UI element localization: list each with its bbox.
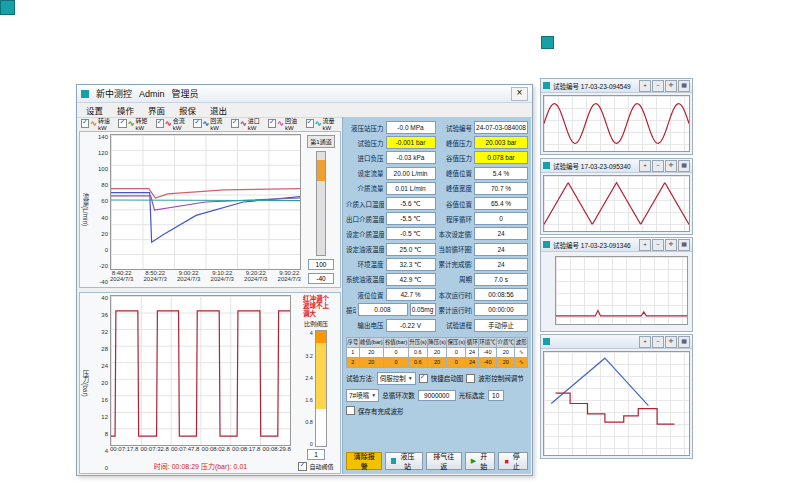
scale-slider[interactable] (316, 151, 326, 256)
checkbox-icon[interactable] (156, 119, 164, 128)
table-cell: 0.6 (408, 347, 427, 357)
auto-valve-checkbox[interactable] (298, 462, 307, 471)
field-value: -0.22 V (386, 319, 436, 332)
slider-thumb[interactable] (317, 160, 325, 181)
tick-label: 9:30:22 2024/7/3 (278, 270, 301, 285)
grid-icon[interactable]: ▦ (678, 336, 690, 348)
wave-valve-checkbox[interactable] (466, 374, 475, 383)
preview-title-bar[interactable]: + − ✛ ▦ (541, 335, 692, 349)
zoom-in-icon[interactable]: + (639, 160, 651, 172)
lower-limit-input[interactable] (308, 273, 334, 284)
channel-checkbox[interactable]: ∿转矩kW (118, 116, 153, 131)
channel-checkbox[interactable]: ∿转速kW (81, 116, 116, 131)
save-row: 保存有完成波形 (346, 406, 528, 416)
wave-icon: ∿ (90, 121, 97, 127)
valve-value-input[interactable] (307, 449, 325, 460)
hydraulic-station-button[interactable]: 液压站 (385, 452, 422, 470)
field-label: 谷值位置 (439, 199, 473, 209)
checkbox-icon[interactable] (81, 119, 89, 128)
title-bar[interactable]: 新中测控 Admin 管理员 × (77, 85, 532, 103)
tick-label: 0 (305, 441, 313, 447)
stop-button[interactable]: ■停止 (498, 452, 528, 470)
menu-item-interface[interactable]: 界面 (141, 104, 172, 116)
field-label: 输出电压 (346, 320, 384, 330)
pan-icon[interactable]: ✛ (665, 160, 677, 172)
menu-item-settings[interactable]: 设置 (79, 104, 110, 116)
quick-start-checkbox[interactable] (419, 374, 428, 383)
menu-item-exit[interactable]: 退出 (203, 104, 234, 116)
method-select[interactable]: 伺服控制▼ (377, 372, 416, 385)
wave-icon: ∿ (128, 121, 135, 127)
tray-app-icon[interactable] (541, 36, 554, 49)
valve-level-bar[interactable] (315, 330, 327, 447)
desktop-app-icon[interactable] (0, 0, 15, 15)
channel-checkbox[interactable]: ∿合流kW (156, 116, 191, 131)
table-cell: 谷值(bar) (384, 337, 409, 347)
preview-title-bar[interactable]: 试验编号 17-03-23-095340 + − ✛ ▦ (541, 159, 692, 173)
field-value: 0 (474, 212, 528, 225)
grid-icon[interactable]: ▦ (678, 160, 690, 172)
field-label: 峰值宽度 (439, 183, 473, 193)
field-label: 设定油液温度 (346, 244, 384, 254)
menu-item-operation[interactable]: 操作 (110, 104, 141, 116)
panel-icon (543, 241, 550, 248)
field-label: 试验编号 (439, 123, 473, 133)
pressure-chart (111, 296, 290, 445)
channel-select-button[interactable]: 第1通道 (307, 135, 334, 148)
table-header-row: 序号峰值(bar)谷值(bar)升压(s)降压(s)保压(s)循环环境℃介质℃波… (347, 337, 528, 347)
cursor-select-input[interactable] (488, 390, 504, 401)
field-label: 液位位置 (346, 290, 384, 300)
zoom-out-icon[interactable]: − (652, 80, 664, 92)
close-icon[interactable]: × (511, 87, 528, 101)
channel-checkbox[interactable]: ∿回油kW (268, 116, 303, 131)
grid-icon[interactable]: ▦ (678, 239, 690, 251)
upper-limit-input[interactable] (308, 259, 334, 270)
field-value: 20.003 bar (474, 136, 528, 149)
pan-icon[interactable]: ✛ (665, 336, 677, 348)
grid-icon[interactable]: ▦ (678, 80, 690, 92)
channel-checkbox[interactable]: ∿回流kW (193, 116, 228, 131)
vent-button[interactable]: 排气往返 (426, 452, 462, 470)
start-button[interactable]: ▶开始 (465, 452, 496, 470)
save-wave-checkbox[interactable] (346, 406, 355, 415)
pan-icon[interactable]: ✛ (665, 239, 677, 251)
channel-label: 合流kW (173, 116, 191, 131)
tick-label: 0 (91, 465, 108, 471)
zoom-in-icon[interactable]: + (639, 239, 651, 251)
tick-label: 8:40:22 2024/7/3 (110, 270, 133, 285)
zoom-in-icon[interactable]: + (639, 80, 651, 92)
zoom-in-icon[interactable]: + (639, 336, 651, 348)
preview-title-bar[interactable]: 试验编号 17-03-23-094549 + − ✛ ▦ (541, 79, 692, 93)
zoom-out-icon[interactable]: − (652, 336, 664, 348)
checkbox-icon[interactable] (268, 119, 276, 128)
field-value: 0.008 (358, 303, 408, 316)
tick-label: 100 (91, 166, 108, 172)
preview-title-bar[interactable]: 试验编号 17-03-23-091346 + − ✛ ▦ (541, 238, 692, 252)
zoom-out-icon[interactable]: − (652, 160, 664, 172)
channel-checkbox[interactable]: ∿进口kW (231, 116, 266, 131)
field-label: 环境温度 (346, 259, 384, 269)
field-value: -0.0 MPa (386, 121, 436, 134)
field-label: 累计运行时间 (439, 305, 473, 315)
nozzle-select[interactable]: 7#喷嘴▼ (346, 389, 379, 402)
field-value: 25.0 ℃ (386, 243, 436, 256)
tick-label: 28 (91, 346, 108, 352)
field-row: 振动0.0080.05mg (346, 302, 436, 317)
table-row[interactable]: 22000.620024-4020∿ (347, 357, 528, 367)
checkbox-icon[interactable] (118, 119, 126, 128)
checkbox-icon[interactable] (306, 119, 314, 128)
clear-alarm-button[interactable]: 清除报警 (346, 452, 382, 470)
menu-item-alarm[interactable]: 报保 (172, 104, 203, 116)
checkbox-icon[interactable] (193, 119, 201, 128)
checkbox-icon[interactable] (231, 119, 239, 128)
user-role: 管理员 (172, 87, 199, 100)
program-steps-table[interactable]: 序号峰值(bar)谷值(bar)升压(s)降压(s)保压(s)循环环境℃介质℃波… (346, 337, 528, 368)
table-row[interactable]: 12000.620024-4020∿ (347, 347, 528, 357)
total-cycles-input[interactable] (418, 390, 456, 401)
valve-scale-ticks: 43.22.41.60.80 (305, 330, 313, 447)
flow-chart (111, 135, 300, 269)
field-label: 设定介质温度 (346, 229, 384, 239)
channel-checkbox[interactable]: ∿流量kW (306, 116, 341, 131)
zoom-out-icon[interactable]: − (652, 239, 664, 251)
pan-icon[interactable]: ✛ (665, 80, 677, 92)
